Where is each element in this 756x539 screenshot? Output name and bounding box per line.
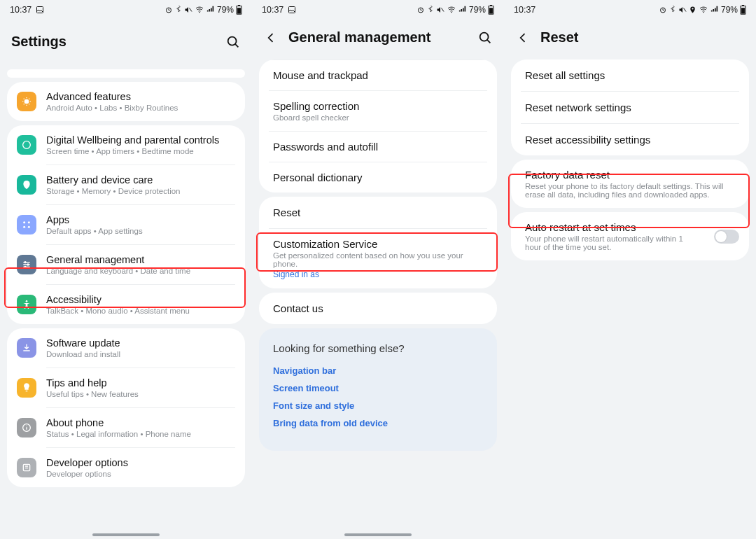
row-passwords[interactable]: Passwords and autofill [259, 132, 497, 162]
svg-line-30 [441, 8, 444, 12]
battery-icon [236, 5, 242, 15]
update-icon [17, 338, 36, 358]
status-battery: 79% [217, 5, 234, 15]
signal-icon [458, 6, 467, 14]
card-device-group: Digital Wellbeing and parental controlsS… [7, 125, 245, 324]
card-reset-options: Reset all settings Reset network setting… [511, 59, 749, 155]
signal-icon [710, 6, 719, 14]
row-sub: Language and keyboard • Date and time [46, 267, 235, 275]
row-contact-us[interactable]: Contact us [259, 293, 497, 324]
link-navigation-bar[interactable]: Navigation bar [273, 365, 483, 376]
row-auto-restart[interactable]: Auto restart at set times Your phone wil… [511, 212, 749, 260]
row-title: Personal dictionary [273, 172, 487, 183]
row-title: Digital Wellbeing and parental controls [46, 134, 235, 146]
card-stub [7, 69, 245, 78]
settings-list: Advanced featuresAndroid Auto • Labs • B… [0, 69, 252, 487]
row-sub: Developer options [46, 470, 235, 478]
link-screen-timeout[interactable]: Screen timeout [273, 383, 483, 393]
svg-point-7 [228, 36, 237, 45]
battery-icon [488, 5, 494, 15]
svg-rect-34 [489, 8, 493, 13]
row-sub: Your phone will restart automatically wi… [525, 234, 699, 251]
header: Settings [0, 20, 252, 65]
general-icon [17, 255, 36, 274]
row-reset-all[interactable]: Reset all settings [511, 59, 749, 91]
row-title: Customization Service [273, 238, 487, 250]
back-icon[interactable] [515, 30, 531, 46]
bluetooth-icon [427, 6, 434, 14]
status-battery: 79% [469, 5, 486, 15]
row-sub: Download and install [46, 350, 235, 358]
back-icon[interactable] [263, 30, 279, 46]
mute-icon [436, 6, 444, 14]
status-bar: 10:37 79% [504, 0, 756, 20]
row-accessibility[interactable]: AccessibilityTalkBack • Mono audio • Ass… [7, 285, 245, 324]
row-factory-reset[interactable]: Factory data reset Reset your phone to i… [511, 160, 749, 208]
status-battery: 79% [721, 5, 738, 15]
svg-point-19 [27, 264, 29, 265]
row-sub: TalkBack • Mono audio • Assistant menu [46, 307, 235, 315]
status-time: 10:37 [10, 5, 31, 15]
row-title: Software update [46, 337, 235, 349]
row-title: Mouse and trackpad [273, 69, 487, 81]
svg-rect-28 [289, 7, 295, 13]
row-reset[interactable]: Reset [259, 197, 497, 228]
apps-icon [17, 215, 36, 234]
row-sub: Gboard spell checker [273, 113, 487, 122]
alarm-icon [164, 6, 173, 14]
row-customization-service[interactable]: Customization Service Get personalized c… [259, 229, 497, 288]
page-title: Reset [540, 29, 745, 46]
row-sub: Default apps • App settings [46, 227, 235, 235]
row-dictionary[interactable]: Personal dictionary [259, 162, 497, 192]
row-title: Battery and device care [46, 174, 235, 186]
alarm-icon [659, 6, 667, 14]
row-title: Factory data reset [525, 169, 739, 181]
row-spelling[interactable]: Spelling correctionGboard spell checker [259, 91, 497, 131]
row-general-management[interactable]: General managementLanguage and keyboard … [7, 245, 245, 284]
row-title: Passwords and autofill [273, 141, 487, 153]
nav-handle[interactable] [92, 533, 160, 536]
row-advanced-features[interactable]: Advanced featuresAndroid Auto • Labs • B… [7, 82, 245, 121]
row-tips[interactable]: Tips and helpUseful tips • New features [7, 368, 245, 407]
row-apps[interactable]: AppsDefault apps • App settings [7, 205, 245, 244]
svg-point-20 [24, 266, 26, 267]
screen-settings: 10:37 79% Settings Advanced featuresAnd [0, 0, 252, 539]
link-font-size[interactable]: Font size and style [273, 400, 483, 411]
row-title: Reset all settings [525, 69, 739, 81]
row-title: Accessibility [46, 294, 235, 305]
auto-restart-toggle[interactable] [714, 230, 739, 244]
row-reset-accessibility[interactable]: Reset accessibility settings [511, 124, 749, 155]
row-battery-care[interactable]: Battery and device careStorage • Memory … [7, 165, 245, 204]
svg-point-14 [28, 226, 30, 228]
row-title: Reset accessibility settings [525, 134, 739, 146]
row-mouse-trackpad[interactable]: Mouse and trackpad [259, 60, 497, 90]
battery-icon [740, 5, 746, 15]
card-input-group: Mouse and trackpad Spelling correctionGb… [259, 59, 497, 192]
accessibility-icon [17, 295, 36, 314]
row-developer-options[interactable]: Developer optionsDeveloper options [7, 448, 245, 487]
location-icon [689, 6, 696, 14]
row-software-update[interactable]: Software updateDownload and install [7, 328, 245, 368]
row-digital-wellbeing[interactable]: Digital Wellbeing and parental controlsS… [7, 125, 245, 164]
row-about-phone[interactable]: About phoneStatus • Legal information • … [7, 408, 245, 447]
mute-icon [184, 6, 192, 14]
link-bring-data[interactable]: Bring data from old device [273, 418, 483, 428]
svg-rect-6 [237, 8, 241, 13]
header: General management [252, 20, 504, 55]
looking-prompt: Looking for something else? [273, 342, 483, 354]
svg-point-3 [199, 12, 200, 13]
svg-line-2 [189, 8, 192, 12]
mute-icon [678, 6, 687, 14]
gm-list: Mouse and trackpad Spelling correctionGb… [252, 59, 504, 451]
row-title: Contact us [273, 302, 487, 314]
svg-line-36 [487, 40, 490, 43]
row-title: General management [46, 254, 235, 265]
svg-point-13 [23, 226, 25, 228]
search-icon[interactable] [225, 34, 241, 50]
wifi-icon [447, 6, 456, 14]
nav-handle[interactable] [344, 533, 412, 536]
row-reset-network[interactable]: Reset network settings [511, 92, 749, 123]
bluetooth-icon [175, 6, 182, 14]
search-icon[interactable] [477, 30, 493, 46]
row-title: Developer options [46, 457, 235, 468]
